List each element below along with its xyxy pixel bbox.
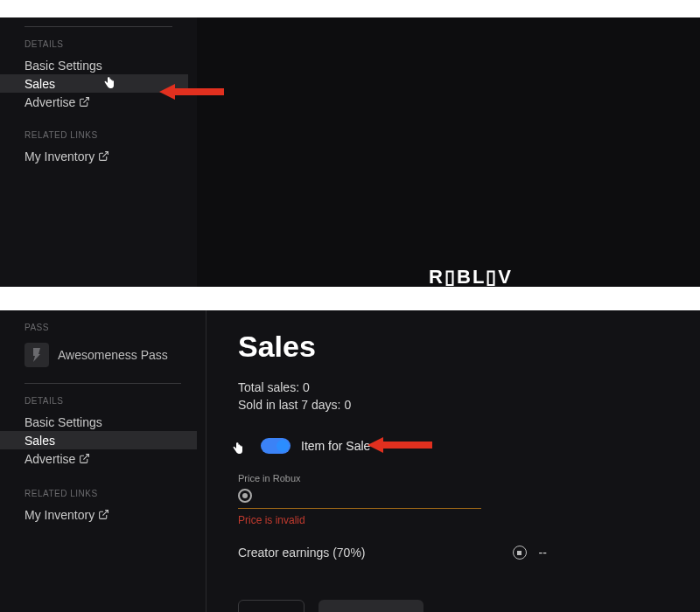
external-link-icon (98, 150, 109, 162)
section-label-related: RELATED LINKS (24, 130, 197, 140)
earnings-label: Creator earnings (70%) (238, 546, 366, 560)
external-link-icon (79, 96, 90, 108)
nav-label: Sales (24, 77, 55, 91)
price-error: Price is invalid (238, 514, 668, 526)
external-link-icon (98, 509, 109, 520)
section-label-details: DETAILS (24, 396, 206, 406)
cursor-pointer-icon (104, 77, 115, 92)
content-area: Sales Total sales: 0 Sold in last 7 days… (206, 310, 700, 612)
svg-line-3 (84, 455, 89, 460)
content-area: R▯BL▯V (197, 17, 700, 287)
nav-basic-settings[interactable]: Basic Settings (24, 56, 197, 74)
nav-label: Advertise (24, 95, 75, 109)
pass-name: Awesomeness Pass (58, 348, 168, 362)
logo-fragment: R▯BL▯V (429, 266, 513, 289)
price-input[interactable] (238, 487, 481, 509)
nav-label: My Inventory (24, 508, 94, 522)
stat-label: Sold in last 7 days: (238, 398, 341, 412)
nav-label: Basic Settings (24, 415, 102, 429)
section-label-related: RELATED LINKS (24, 489, 206, 498)
nav-basic-settings[interactable]: Basic Settings (24, 413, 206, 431)
bottom-screenshot: PASS Awesomeness Pass DETAILS Basic Sett… (0, 310, 700, 612)
nav-sales[interactable]: Sales (0, 74, 188, 93)
secondary-button[interactable] (238, 600, 304, 612)
nav-my-inventory[interactable]: My Inventory (24, 147, 197, 165)
pass-item[interactable]: Awesomeness Pass (24, 343, 206, 367)
section-label-details: DETAILS (24, 39, 197, 49)
stat-value: 0 (303, 380, 310, 394)
nav-my-inventory[interactable]: My Inventory (24, 505, 206, 524)
top-screenshot: DETAILS Basic Settings Sales Advertise R… (0, 17, 700, 287)
item-for-sale-toggle[interactable] (261, 438, 290, 454)
page-title: Sales (238, 330, 668, 364)
divider (24, 383, 181, 384)
nav-advertise[interactable]: Advertise (24, 93, 197, 111)
pass-thumb-icon (24, 343, 49, 367)
divider (24, 26, 172, 27)
stat-label: Total sales: (238, 380, 299, 394)
svg-line-4 (103, 511, 108, 516)
nav-sales[interactable]: Sales (0, 431, 197, 449)
cursor-pointer-icon (233, 442, 243, 457)
nav-label: Advertise (24, 452, 75, 466)
toggle-label: Item for Sale (301, 439, 370, 453)
external-link-icon (79, 453, 90, 464)
total-sales: Total sales: 0 (238, 379, 668, 397)
svg-line-1 (103, 152, 108, 157)
sidebar: PASS Awesomeness Pass DETAILS Basic Sett… (0, 310, 206, 612)
nav-label: My Inventory (24, 150, 94, 163)
nav-label: Sales (24, 434, 55, 448)
earnings-value: -- (539, 546, 547, 560)
sidebar: DETAILS Basic Settings Sales Advertise R… (0, 17, 197, 287)
sold-last-7: Sold in last 7 days: 0 (238, 397, 668, 414)
nav-label: Basic Settings (24, 59, 102, 73)
robux-icon (513, 546, 527, 560)
section-label-pass: PASS (24, 323, 206, 332)
toggle-knob (276, 440, 289, 452)
svg-line-0 (84, 98, 89, 103)
primary-button[interactable] (318, 600, 424, 612)
nav-advertise[interactable]: Advertise (24, 449, 206, 468)
price-label: Price in Robux (238, 473, 668, 483)
stat-value: 0 (344, 398, 351, 412)
